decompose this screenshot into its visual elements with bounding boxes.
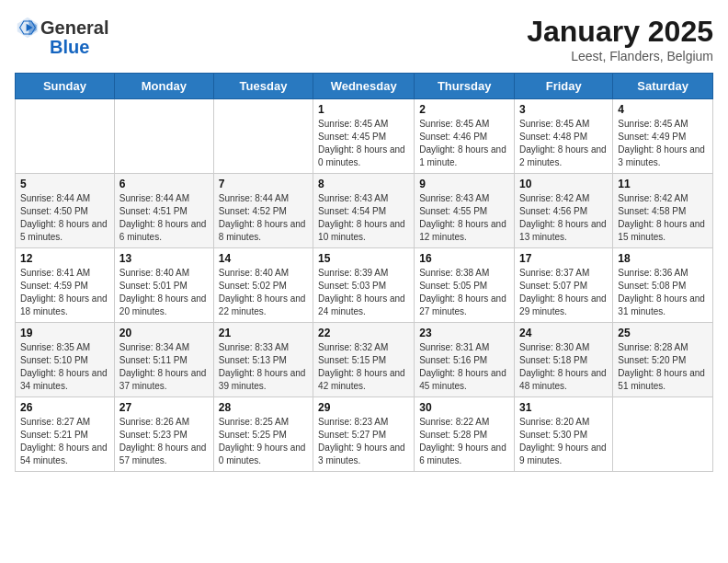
calendar-cell: 20Sunrise: 8:34 AM Sunset: 5:11 PM Dayli… (114, 323, 213, 397)
calendar-cell: 6Sunrise: 8:44 AM Sunset: 4:51 PM Daylig… (114, 174, 213, 248)
calendar-cell: 16Sunrise: 8:38 AM Sunset: 5:05 PM Dayli… (415, 248, 515, 323)
logo: General Blue (15, 15, 108, 58)
day-info: Sunrise: 8:43 AM Sunset: 4:55 PM Dayligh… (419, 192, 509, 244)
day-number: 5 (20, 178, 109, 190)
day-number: 25 (618, 327, 708, 339)
day-info: Sunrise: 8:34 AM Sunset: 5:11 PM Dayligh… (119, 341, 209, 393)
weekday-header-saturday: Saturday (613, 74, 713, 99)
calendar-cell: 28Sunrise: 8:25 AM Sunset: 5:25 PM Dayli… (213, 397, 313, 472)
day-info: Sunrise: 8:20 AM Sunset: 5:30 PM Dayligh… (519, 416, 608, 467)
weekday-header-monday: Monday (114, 74, 213, 99)
day-number: 24 (519, 327, 608, 339)
day-info: Sunrise: 8:45 AM Sunset: 4:46 PM Dayligh… (419, 118, 509, 169)
calendar-cell: 24Sunrise: 8:30 AM Sunset: 5:18 PM Dayli… (515, 323, 613, 397)
day-number: 21 (219, 327, 308, 339)
day-info: Sunrise: 8:45 AM Sunset: 4:49 PM Dayligh… (618, 118, 708, 169)
weekday-header-thursday: Thursday (415, 74, 515, 99)
day-number: 26 (20, 401, 109, 414)
calendar-cell: 13Sunrise: 8:40 AM Sunset: 5:01 PM Dayli… (114, 248, 213, 323)
day-info: Sunrise: 8:32 AM Sunset: 5:15 PM Dayligh… (318, 341, 409, 393)
day-info: Sunrise: 8:36 AM Sunset: 5:08 PM Dayligh… (618, 267, 708, 318)
day-number: 6 (119, 178, 209, 190)
calendar-cell: 4Sunrise: 8:45 AM Sunset: 4:49 PM Daylig… (613, 99, 713, 174)
weekday-header-sunday: Sunday (16, 74, 115, 99)
day-number: 18 (618, 252, 708, 265)
title-area: January 2025 Leest, Flanders, Belgium (527, 15, 713, 63)
calendar-cell: 1Sunrise: 8:45 AM Sunset: 4:45 PM Daylig… (313, 99, 415, 174)
calendar-cell: 9Sunrise: 8:43 AM Sunset: 4:55 PM Daylig… (415, 174, 515, 248)
calendar-cell: 15Sunrise: 8:39 AM Sunset: 5:03 PM Dayli… (313, 248, 415, 323)
calendar-cell: 30Sunrise: 8:22 AM Sunset: 5:28 PM Dayli… (415, 397, 515, 472)
calendar-cell: 10Sunrise: 8:42 AM Sunset: 4:56 PM Dayli… (515, 174, 613, 248)
day-info: Sunrise: 8:42 AM Sunset: 4:56 PM Dayligh… (519, 192, 608, 244)
day-info: Sunrise: 8:33 AM Sunset: 5:13 PM Dayligh… (219, 341, 308, 393)
calendar-cell: 22Sunrise: 8:32 AM Sunset: 5:15 PM Dayli… (313, 323, 415, 397)
day-info: Sunrise: 8:44 AM Sunset: 4:52 PM Dayligh… (219, 192, 308, 244)
day-info: Sunrise: 8:45 AM Sunset: 4:48 PM Dayligh… (519, 118, 608, 169)
day-info: Sunrise: 8:25 AM Sunset: 5:25 PM Dayligh… (219, 416, 308, 467)
calendar-cell: 19Sunrise: 8:35 AM Sunset: 5:10 PM Dayli… (16, 323, 115, 397)
calendar-week-4: 19Sunrise: 8:35 AM Sunset: 5:10 PM Dayli… (16, 323, 713, 397)
calendar-cell (16, 99, 115, 174)
day-number: 14 (219, 252, 308, 265)
day-info: Sunrise: 8:42 AM Sunset: 4:58 PM Dayligh… (618, 192, 708, 244)
calendar-cell: 18Sunrise: 8:36 AM Sunset: 5:08 PM Dayli… (613, 248, 713, 323)
day-info: Sunrise: 8:38 AM Sunset: 5:05 PM Dayligh… (419, 267, 509, 318)
day-number: 23 (419, 327, 509, 339)
calendar-cell: 3Sunrise: 8:45 AM Sunset: 4:48 PM Daylig… (515, 99, 613, 174)
day-info: Sunrise: 8:44 AM Sunset: 4:51 PM Dayligh… (119, 192, 209, 244)
day-info: Sunrise: 8:40 AM Sunset: 5:01 PM Dayligh… (119, 267, 209, 318)
day-info: Sunrise: 8:35 AM Sunset: 5:10 PM Dayligh… (20, 341, 109, 393)
calendar-cell (613, 397, 713, 472)
calendar-week-5: 26Sunrise: 8:27 AM Sunset: 5:21 PM Dayli… (16, 397, 713, 472)
calendar-cell (114, 99, 213, 174)
day-number: 8 (318, 178, 409, 190)
weekday-header-row: SundayMondayTuesdayWednesdayThursdayFrid… (16, 74, 713, 99)
day-number: 7 (219, 178, 308, 190)
calendar-cell: 14Sunrise: 8:40 AM Sunset: 5:02 PM Dayli… (213, 248, 313, 323)
day-number: 13 (119, 252, 209, 265)
day-info: Sunrise: 8:31 AM Sunset: 5:16 PM Dayligh… (419, 341, 509, 393)
day-number: 20 (119, 327, 209, 339)
day-info: Sunrise: 8:26 AM Sunset: 5:23 PM Dayligh… (119, 416, 209, 467)
calendar-week-1: 1Sunrise: 8:45 AM Sunset: 4:45 PM Daylig… (16, 99, 713, 174)
calendar-cell: 29Sunrise: 8:23 AM Sunset: 5:27 PM Dayli… (313, 397, 415, 472)
calendar-week-3: 12Sunrise: 8:41 AM Sunset: 4:59 PM Dayli… (16, 248, 713, 323)
day-number: 27 (119, 401, 209, 414)
day-info: Sunrise: 8:22 AM Sunset: 5:28 PM Dayligh… (419, 416, 509, 467)
day-number: 31 (519, 401, 608, 414)
day-info: Sunrise: 8:44 AM Sunset: 4:50 PM Dayligh… (20, 192, 109, 244)
calendar-cell: 11Sunrise: 8:42 AM Sunset: 4:58 PM Dayli… (613, 174, 713, 248)
weekday-header-tuesday: Tuesday (213, 74, 313, 99)
day-info: Sunrise: 8:28 AM Sunset: 5:20 PM Dayligh… (618, 341, 708, 393)
calendar-table: SundayMondayTuesdayWednesdayThursdayFrid… (15, 73, 713, 472)
calendar-cell: 26Sunrise: 8:27 AM Sunset: 5:21 PM Dayli… (16, 397, 115, 472)
day-number: 2 (419, 103, 509, 116)
calendar-cell: 8Sunrise: 8:43 AM Sunset: 4:54 PM Daylig… (313, 174, 415, 248)
day-number: 1 (318, 103, 409, 116)
day-number: 9 (419, 178, 509, 190)
day-info: Sunrise: 8:39 AM Sunset: 5:03 PM Dayligh… (318, 267, 409, 318)
calendar-cell: 5Sunrise: 8:44 AM Sunset: 4:50 PM Daylig… (16, 174, 115, 248)
calendar-cell: 27Sunrise: 8:26 AM Sunset: 5:23 PM Dayli… (114, 397, 213, 472)
location-subtitle: Leest, Flanders, Belgium (527, 49, 713, 63)
logo-blue-text: Blue (50, 37, 89, 58)
page-header: General Blue January 2025 Leest, Flander… (15, 15, 713, 63)
weekday-header-wednesday: Wednesday (313, 74, 415, 99)
day-info: Sunrise: 8:23 AM Sunset: 5:27 PM Dayligh… (318, 416, 409, 467)
day-number: 3 (519, 103, 608, 116)
day-info: Sunrise: 8:40 AM Sunset: 5:02 PM Dayligh… (219, 267, 308, 318)
day-info: Sunrise: 8:45 AM Sunset: 4:45 PM Dayligh… (318, 118, 409, 169)
day-number: 12 (20, 252, 109, 265)
day-number: 19 (20, 327, 109, 339)
logo-general-text: General (40, 17, 108, 39)
calendar-cell: 12Sunrise: 8:41 AM Sunset: 4:59 PM Dayli… (16, 248, 115, 323)
day-number: 15 (318, 252, 409, 265)
day-info: Sunrise: 8:30 AM Sunset: 5:18 PM Dayligh… (519, 341, 608, 393)
calendar-cell: 7Sunrise: 8:44 AM Sunset: 4:52 PM Daylig… (213, 174, 313, 248)
day-number: 4 (618, 103, 708, 116)
day-number: 11 (618, 178, 708, 190)
day-number: 29 (318, 401, 409, 414)
day-info: Sunrise: 8:27 AM Sunset: 5:21 PM Dayligh… (20, 416, 109, 467)
calendar-cell: 31Sunrise: 8:20 AM Sunset: 5:30 PM Dayli… (515, 397, 613, 472)
